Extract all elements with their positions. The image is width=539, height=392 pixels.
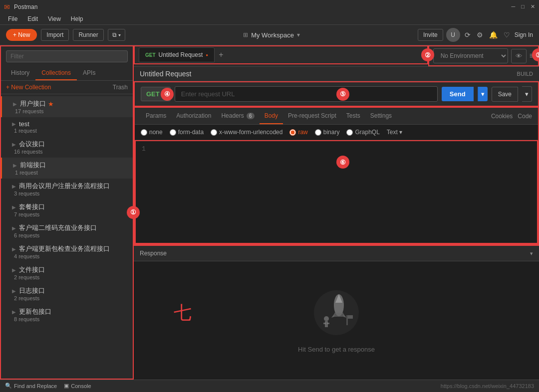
arrow-icon-10: ▶ bbox=[12, 309, 16, 315]
tab-collections[interactable]: Collections bbox=[35, 66, 77, 80]
url-input[interactable] bbox=[175, 86, 438, 102]
fork-button[interactable]: ⧉ ▾ bbox=[108, 29, 125, 41]
collection-item-9[interactable]: ▶ 日志接口 2 requests bbox=[1, 283, 133, 304]
body-editor[interactable]: 1 bbox=[135, 140, 538, 244]
request-tabs-bar: ② GET Untitled Request ● + bbox=[134, 45, 428, 64]
opt-tab-tests[interactable]: Tests bbox=[341, 108, 365, 124]
radio-urlencoded[interactable]: x-www-form-urlencoded bbox=[211, 129, 282, 136]
radio-binary[interactable]: binary bbox=[315, 129, 340, 136]
collection-item-7[interactable]: ▶ 客户端更新包检查业务流程接口 4 requests bbox=[1, 241, 133, 262]
console-button[interactable]: ▣ Console bbox=[64, 383, 91, 389]
save-dropdown-button[interactable]: ▾ bbox=[522, 86, 532, 102]
collection-item-2[interactable]: ▶ 会议接口 16 requests bbox=[1, 137, 133, 158]
collection-name-6: 客户端二维码充值业务接口 bbox=[19, 223, 97, 232]
settings-icon[interactable]: ⚙ bbox=[475, 29, 485, 40]
menu-edit[interactable]: Edit bbox=[23, 14, 42, 23]
response-collapse-btn[interactable]: ▾ bbox=[530, 250, 533, 256]
collection-count-2: 16 requests bbox=[12, 149, 128, 155]
code-link[interactable]: Code bbox=[518, 113, 532, 120]
collection-count-10: 8 requests bbox=[12, 316, 128, 322]
invite-button[interactable]: Invite bbox=[418, 29, 443, 41]
menu-help[interactable]: Help bbox=[67, 14, 87, 23]
collection-count-7: 4 requests bbox=[12, 253, 128, 259]
opt-tab-prerequest[interactable]: Pre-request Script bbox=[283, 108, 341, 124]
radio-raw[interactable]: raw bbox=[289, 129, 307, 136]
request-name-bar: Untitled Request BUILD bbox=[134, 67, 539, 81]
collection-item-10[interactable]: ▶ 更新包接口 8 requests bbox=[1, 304, 133, 325]
opt-tab-params[interactable]: Params bbox=[141, 108, 171, 124]
response-hint: Hit Send to get a response bbox=[298, 346, 375, 353]
find-replace-button[interactable]: 🔍 Find and Replace bbox=[5, 383, 57, 389]
collection-item-3[interactable]: ▶ 前端接口 1 request bbox=[1, 158, 133, 179]
filter-input[interactable] bbox=[6, 50, 128, 62]
svg-rect-10 bbox=[346, 315, 348, 325]
annotation-7: 七 bbox=[174, 300, 192, 325]
menu-file[interactable]: File bbox=[4, 14, 21, 23]
response-body: Hit Send to get a response bbox=[134, 261, 539, 380]
env-eye-button[interactable]: 👁 bbox=[511, 49, 527, 63]
new-button[interactable]: + New bbox=[6, 29, 37, 41]
add-tab-button[interactable]: + bbox=[217, 50, 225, 59]
collection-item-8[interactable]: ▶ 文件接口 2 requests bbox=[1, 262, 133, 283]
radio-graphql[interactable]: GraphQL bbox=[346, 129, 379, 136]
environment-select[interactable]: No Environment bbox=[433, 48, 508, 63]
collection-count-8: 2 requests bbox=[12, 274, 128, 280]
send-button[interactable]: Send bbox=[442, 87, 474, 101]
radio-none[interactable]: none bbox=[141, 129, 163, 136]
menu-view[interactable]: View bbox=[44, 14, 65, 23]
tab-history[interactable]: History bbox=[5, 66, 35, 80]
save-button[interactable]: Save bbox=[492, 87, 518, 102]
sidebar-actions: + New Collection Trash bbox=[1, 81, 133, 94]
rocket-illustration bbox=[306, 288, 366, 338]
collection-name-10: 更新包接口 bbox=[19, 307, 51, 316]
arrow-icon-0: ▶ bbox=[13, 101, 17, 107]
workspace-selector[interactable]: ⊞ My Workspace ▾ bbox=[129, 31, 414, 39]
main-layout: ① History Collections APIs + New Collect… bbox=[0, 45, 539, 380]
tab-method-badge: GET bbox=[145, 52, 156, 58]
bottom-bar: 🔍 Find and Replace ▣ Console https://blo… bbox=[0, 380, 539, 392]
new-collection-button[interactable]: + New Collection bbox=[6, 84, 51, 91]
opt-tab-body[interactable]: Body bbox=[260, 108, 283, 124]
url-bar: ④ ⑤ GET ▾ Send ▾ Save ▾ bbox=[134, 81, 539, 107]
sidebar-search-area bbox=[1, 46, 133, 66]
annotation-2: ② bbox=[421, 48, 434, 61]
close-btn[interactable]: ✕ bbox=[531, 3, 535, 10]
arrow-icon-2: ▶ bbox=[12, 142, 16, 147]
radio-form-data[interactable]: form-data bbox=[170, 129, 204, 136]
arrow-icon-7: ▶ bbox=[12, 246, 16, 252]
collection-item-4[interactable]: ▶ 商用会议用户注册业务流程接口 3 requests bbox=[1, 179, 133, 199]
request-options-tabs: Params Authorization Headers 6 Body Pre-… bbox=[135, 108, 538, 125]
minimize-btn[interactable]: ─ bbox=[512, 3, 516, 10]
collection-name-8: 文件接口 bbox=[19, 265, 45, 274]
trash-button[interactable]: Trash bbox=[113, 84, 128, 91]
opt-tab-headers[interactable]: Headers 6 bbox=[216, 108, 259, 124]
collection-item-5[interactable]: ▶ 套餐接口 7 requests bbox=[1, 199, 133, 220]
star-icon-0: ★ bbox=[48, 100, 54, 108]
collection-item-1[interactable]: ▶ test 1 request bbox=[1, 117, 133, 137]
annotation-4: ④ bbox=[161, 88, 174, 101]
opt-tab-auth[interactable]: Authorization bbox=[171, 108, 216, 124]
send-dropdown-button[interactable]: ▾ bbox=[478, 87, 488, 101]
request-tab-0[interactable]: GET Untitled Request ● bbox=[139, 47, 215, 62]
collection-name-3: 前端接口 bbox=[20, 161, 46, 170]
response-area: 七 Response ▾ bbox=[134, 245, 539, 380]
avatar[interactable]: U bbox=[446, 28, 460, 42]
collection-item-6[interactable]: ▶ 客户端二维码充值业务接口 6 requests bbox=[1, 220, 133, 241]
maximize-btn[interactable]: □ bbox=[521, 3, 525, 10]
runner-button[interactable]: Runner bbox=[73, 29, 103, 41]
sign-in-link[interactable]: Sign In bbox=[515, 31, 533, 38]
import-button[interactable]: Import bbox=[41, 29, 69, 41]
notification-icon[interactable]: 🔔 bbox=[488, 29, 499, 40]
window-controls[interactable]: ─ □ ✕ bbox=[512, 3, 535, 10]
bottom-url-hint: https://blog.csdn.net/weixin_44732183 bbox=[441, 383, 534, 389]
collection-item-0[interactable]: ▶ 用户接口 ★ 17 requests bbox=[1, 96, 133, 117]
tab-apis[interactable]: APIs bbox=[77, 66, 101, 80]
text-format-dropdown[interactable]: Text ▾ bbox=[387, 129, 402, 136]
cookies-link[interactable]: Cookies bbox=[491, 113, 513, 120]
svg-rect-8 bbox=[323, 323, 326, 324]
sync-icon[interactable]: ⟳ bbox=[463, 29, 472, 40]
body-options: none form-data x-www-form-urlencoded raw… bbox=[135, 125, 538, 140]
opt-tab-settings[interactable]: Settings bbox=[365, 108, 397, 124]
heart-icon[interactable]: ♡ bbox=[502, 29, 512, 40]
collection-name-2: 会议接口 bbox=[19, 140, 45, 149]
